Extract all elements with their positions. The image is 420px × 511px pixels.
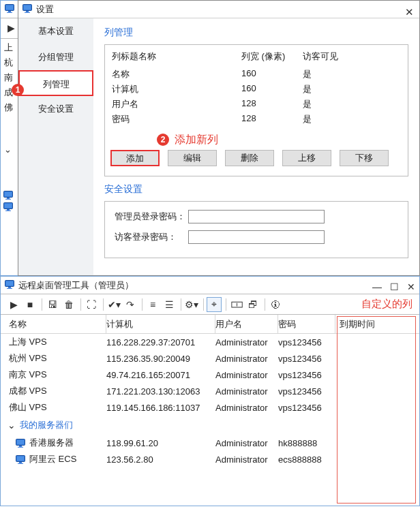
nav-columns[interactable]: 1 列管理 [18,70,93,96]
nav-group[interactable]: 分组管理 [18,44,93,70]
section-title-columns: 列管理 [104,27,408,39]
columns-table: 列标题名称 列宽 (像素) 访客可见 名称 160 是 计算机 160 是 [104,44,408,176]
minimize-icon[interactable]: — [372,278,382,296]
bg-item: 上 [1,40,19,55]
annotation-custom-column: 自定义的列 [361,298,412,311]
edit-button[interactable]: 编辑 [168,150,217,166]
app-icon [5,4,14,13]
save-icon[interactable]: 🖫 [45,297,60,312]
dialog-titlebar[interactable]: 设置 ✕ [18,1,419,18]
delete-button[interactable]: 删除 [225,150,274,166]
monitor-icon [16,455,25,464]
play-icon[interactable]: ▶ [6,297,21,312]
table-row[interactable]: 用户名 128 是 [105,97,408,112]
col-header-visible: 访客可见 [303,50,357,63]
monitor-icon [3,202,13,211]
window-titlebar[interactable]: 远程桌面管理工具（管理员） — ☐ ✕ [1,277,419,294]
table-row[interactable]: 南京 VPS 49.74.216.165:20071 Administrator… [1,367,419,383]
table-row[interactable]: 上海 VPS 116.228.229.37:20701 Administrato… [1,334,419,350]
table-row[interactable]: 佛山 VPS 119.145.166.186:11037 Administrat… [1,399,419,416]
monitor-icon [16,439,25,448]
bg-item: 杭 [1,55,19,70]
app-icon [5,280,14,289]
table-row[interactable]: 计算机 160 是 [105,82,408,97]
stop-icon[interactable]: ■ [22,297,38,312]
close-icon[interactable]: ✕ [407,278,415,296]
header-user: 用户名 [215,315,278,333]
nav-basic[interactable]: 基本设置 [18,18,93,44]
exit-icon[interactable]: ↷ [123,297,138,312]
header-name: 名称 [1,315,106,333]
guest-password-input[interactable] [188,230,325,244]
target-icon[interactable]: ⌖ [207,297,222,312]
move-up-button[interactable]: 上移 [282,150,331,166]
table-row[interactable]: 密码 128 是 [105,112,408,131]
info-icon[interactable]: 🛈 [268,297,283,312]
monitor-icon [3,191,13,200]
group-name: 我的服务器们 [20,419,73,431]
window-title: 远程桌面管理工具（管理员） [18,280,134,290]
gear-dropdown-icon[interactable]: ⚙▾ [184,297,199,312]
table-header: 名称 计算机 用户名 密码 到期时间 [1,315,419,334]
settings-dialog: 设置 ✕ 基本设置 分组管理 1 列管理 安全设置 列管理 列标题名称 列宽 (… [18,0,420,276]
settings-nav: 基本设置 分组管理 1 列管理 安全设置 [18,18,93,275]
maximize-icon[interactable]: ☐ [390,278,399,296]
chevron-down-icon: ⌄ [7,420,16,431]
table-row[interactable]: 杭州 VPS 115.236.35.90:20049 Administrator… [1,350,419,367]
chevron-down-icon[interactable]: ⌄ [1,142,19,157]
table-row[interactable]: 香港服务器 118.99.61.20 Administrator hk88888… [1,435,419,451]
dialog-title: 设置 [36,4,54,14]
list-icon[interactable]: ≡ [145,297,160,312]
header-expiry: 到期时间 [335,318,404,330]
delete-icon[interactable]: 🗑 [61,297,76,312]
col-header-width: 列宽 (像素) [241,50,303,63]
columns-icon[interactable]: ☰ [162,297,177,312]
add-button[interactable]: 添加 [110,150,160,166]
toolbar: ▶ ■ 🖫 🗑 ⛶ ✔▾ ↷ ≡ ☰ ⚙▾ ⌖ 🀱 🗗 🛈 自定义的列 [1,294,419,315]
table-row[interactable]: 成都 VPS 171.221.203.130:12063 Administrat… [1,383,419,399]
app-icon [22,4,32,13]
cascade-icon[interactable]: 🗗 [245,297,260,312]
play-icon[interactable]: ▶ [7,22,15,33]
group-row[interactable]: ⌄ 我的服务器们 [1,416,419,435]
guest-password-label: 访客登录密码： [115,231,188,243]
table-row[interactable]: 名称 160 是 [105,67,408,82]
security-box: 管理员登录密码： 访客登录密码： [104,201,408,258]
move-down-button[interactable]: 下移 [340,150,389,166]
section-title-security: 安全设置 [104,183,408,196]
select-all-icon[interactable]: ⛶ [84,297,99,312]
col-header-name: 列标题名称 [112,50,241,63]
admin-password-input[interactable] [188,210,325,223]
annotation-badge-1: 1 [12,84,24,96]
grid-icon[interactable]: 🀱 [229,297,244,312]
nav-security[interactable]: 安全设置 [18,96,93,122]
table-row[interactable]: 阿里云 ECS 123.56.2.80 Administrator ecs888… [1,451,419,467]
header-password: 密码 [278,315,335,333]
header-computer: 计算机 [106,315,215,333]
admin-password-label: 管理员登录密码： [115,211,188,223]
annotation-text-2: 添加新列 [175,133,218,147]
close-icon[interactable]: ✕ [405,3,414,21]
nav-columns-label: 列管理 [43,79,70,89]
annotation-badge-2: 2 [157,134,169,146]
check-dropdown-icon[interactable]: ✔▾ [106,297,121,312]
main-window: 远程桌面管理工具（管理员） — ☐ ✕ ▶ ■ 🖫 🗑 ⛶ ✔▾ ↷ ≡ ☰ ⚙… [0,276,420,506]
